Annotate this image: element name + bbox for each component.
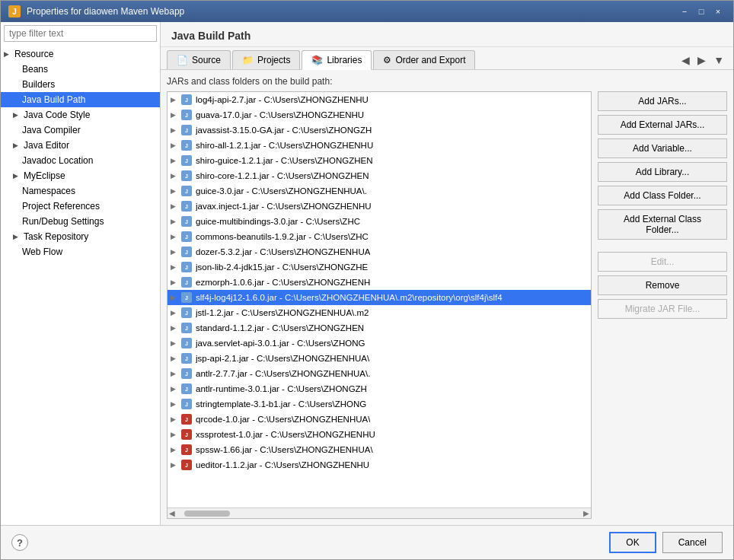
sidebar-item-project-references[interactable]: Project References	[1, 199, 160, 214]
jar-expand-icon: ▶	[171, 431, 178, 438]
jar-list-item[interactable]: ▶Jdozer-5.3.2.jar - C:\Users\ZHONGZHENHU…	[168, 244, 591, 259]
sidebar-item-label: Java Compiler	[22, 125, 81, 135]
jar-item-name: shiro-core-1.2.1.jar - C:\Users\ZHONGZHE…	[196, 171, 369, 180]
jar-list-item[interactable]: ▶Jxssprotest-1.0.jar - C:\Users\ZHONGZHE…	[168, 427, 591, 442]
jar-list-item[interactable]: ▶Jjsp-api-2.1.jar - C:\Users\ZHONGZHENHU…	[168, 351, 591, 366]
tab-order-export[interactable]: ⚙Order and Export	[373, 50, 475, 69]
expand-arrow-icon: ▶	[13, 142, 21, 149]
jar-item-name: javax.inject-1.jar - C:\Users\ZHONGZHENH…	[196, 202, 372, 211]
add-variable-button[interactable]: Add Variable...	[598, 138, 727, 158]
nav-tree: ▶ResourceBeansBuildersJava Build Path▶Ja…	[1, 45, 160, 525]
jar-list-item[interactable]: ▶Jjson-lib-2.4-jdk15.jar - C:\Users\ZHON…	[168, 259, 591, 275]
jar-item-name: dozer-5.3.2.jar - C:\Users\ZHONGZHENHUA	[196, 247, 370, 256]
cancel-button[interactable]: Cancel	[662, 532, 723, 553]
tab-nav-left[interactable]: ◀	[678, 52, 693, 68]
jar-list[interactable]: ▶Jlog4j-api-2.7.jar - C:\Users\ZHONGZHEN…	[168, 92, 591, 508]
sidebar-item-java-compiler[interactable]: Java Compiler	[1, 123, 160, 138]
sidebar-item-beans[interactable]: Beans	[1, 62, 160, 77]
jar-list-item[interactable]: ▶Jezmorph-1.0.6.jar - C:\Users\ZHONGZHEN…	[168, 275, 591, 290]
jar-list-item[interactable]: ▶Jjavax.inject-1.jar - C:\Users\ZHONGZHE…	[168, 199, 591, 214]
jar-list-item[interactable]: ▶Jstringtemplate-3.1-b1.jar - C:\Users\Z…	[168, 396, 591, 412]
sidebar-item-run-debug-settings[interactable]: Run/Debug Settings	[1, 214, 160, 229]
jar-list-item[interactable]: ▶Jshiro-core-1.2.1.jar - C:\Users\ZHONGZ…	[168, 168, 591, 183]
jar-list-item[interactable]: ▶Jstandard-1.1.2.jar - C:\Users\ZHONGZHE…	[168, 320, 591, 336]
jar-file-icon: J	[180, 398, 193, 410]
jar-list-item[interactable]: ▶Jcommons-beanutils-1.9.2.jar - C:\Users…	[168, 229, 591, 244]
title-bar-left: J Properties for diaowen Maven Webapp	[8, 5, 184, 18]
add-class-folder-button[interactable]: Add Class Folder...	[598, 186, 727, 205]
add-external-class-folder-button[interactable]: Add External Class Folder...	[598, 209, 727, 240]
sidebar-item-namespaces[interactable]: Namespaces	[1, 183, 160, 199]
jar-list-item[interactable]: ▶Jueditor-1.1.2.jar - C:\Users\ZHONGZHEN…	[168, 457, 591, 473]
filter-input[interactable]	[4, 25, 157, 42]
jar-item-name: java.servlet-api-3.0.1.jar - C:\Users\ZH…	[196, 339, 365, 348]
jar-file-icon: J	[180, 337, 193, 349]
jar-expand-icon: ▶	[171, 294, 178, 301]
button-panel: Add JARs...Add External JARs...Add Varia…	[598, 91, 727, 519]
jar-list-item[interactable]: ▶Jjstl-1.2.jar - C:\Users\ZHONGZHENHUA\.…	[168, 305, 591, 320]
ok-button[interactable]: OK	[609, 532, 656, 553]
jar-list-item[interactable]: ▶Jguice-3.0.jar - C:\Users\ZHONGZHENHUA\…	[168, 183, 591, 199]
jar-list-item[interactable]: ▶Jantlr-2.7.7.jar - C:\Users\ZHONGZHENHU…	[168, 366, 591, 381]
add-external-jars-button[interactable]: Add External JARs...	[598, 115, 727, 135]
jar-expand-icon: ▶	[171, 370, 178, 377]
main-area: JARs and class folders on the build path…	[161, 70, 733, 525]
jar-file-icon: J	[180, 444, 193, 456]
expand-arrow-icon: ▶	[13, 233, 21, 240]
sidebar-item-myeclipse[interactable]: ▶MyEclipse	[1, 168, 160, 183]
add-library-button[interactable]: Add Library...	[598, 162, 727, 182]
jar-list-item[interactable]: ▶Jguice-multibindings-3.0.jar - C:\Users…	[168, 214, 591, 229]
jar-file-icon: J	[180, 185, 193, 197]
jar-expand-icon: ▶	[171, 355, 178, 362]
jar-file-icon: J	[180, 246, 193, 258]
app-icon: J	[8, 5, 21, 18]
sidebar-item-builders[interactable]: Builders	[1, 77, 160, 92]
jar-item-name: jsp-api-2.1.jar - C:\Users\ZHONGZHENHUA\	[196, 354, 369, 363]
tab-nav-right[interactable]: ▶	[694, 52, 709, 68]
add-jars-button[interactable]: Add JARs...	[598, 91, 727, 111]
sidebar-item-task-repository[interactable]: ▶Task Repository	[1, 229, 160, 244]
jar-list-item[interactable]: ▶Jlog4j-api-2.7.jar - C:\Users\ZHONGZHEN…	[168, 92, 591, 107]
close-button[interactable]: ×	[710, 5, 726, 18]
jar-file-icon: J	[180, 428, 193, 441]
jar-file-icon: J	[180, 352, 193, 364]
jar-file-icon: J	[180, 200, 193, 212]
sidebar-item-java-code-style[interactable]: ▶Java Code Style	[1, 107, 160, 123]
sidebar-item-web-flow[interactable]: Web Flow	[1, 244, 160, 259]
title-bar: J Properties for diaowen Maven Webapp − …	[1, 1, 733, 22]
sidebar-item-javadoc-location[interactable]: Javadoc Location	[1, 153, 160, 168]
tab-projects[interactable]: 📁Projects	[232, 50, 300, 69]
sidebar-item-java-editor[interactable]: ▶Java Editor	[1, 138, 160, 153]
remove-button[interactable]: Remove	[598, 275, 727, 295]
sidebar-item-label: Java Code Style	[24, 110, 90, 120]
jar-list-item[interactable]: ▶Jantlr-runtime-3.0.1.jar - C:\Users\ZHO…	[168, 381, 591, 396]
jar-expand-icon: ▶	[171, 157, 178, 164]
jar-list-item[interactable]: ▶Jjava.servlet-api-3.0.1.jar - C:\Users\…	[168, 336, 591, 351]
jar-list-item[interactable]: ▶Jshiro-all-1.2.1.jar - C:\Users\ZHONGZH…	[168, 138, 591, 153]
jar-item-name: slf4j-log4j12-1.6.0.jar - C:\Users\ZHONG…	[196, 293, 503, 302]
sidebar-item-resource[interactable]: ▶Resource	[1, 46, 160, 62]
left-panel: ▶ResourceBeansBuildersJava Build Path▶Ja…	[1, 22, 161, 525]
jar-list-item[interactable]: ▶Jqrcode-1.0.jar - C:\Users\ZHONGZHENHUA…	[168, 412, 591, 427]
jar-list-item[interactable]: ▶Jslf4j-log4j12-1.6.0.jar - C:\Users\ZHO…	[168, 290, 591, 305]
jar-list-item[interactable]: ▶Jspssw-1.66.jar - C:\Users\ZHONGZHENHUA…	[168, 442, 591, 457]
tab-nav-down[interactable]: ▼	[710, 52, 727, 68]
jar-item-name: qrcode-1.0.jar - C:\Users\ZHONGZHENHUA\	[196, 415, 370, 424]
minimize-button[interactable]: −	[677, 5, 692, 18]
content-area: ▶ResourceBeansBuildersJava Build Path▶Ja…	[1, 22, 733, 525]
jar-list-item[interactable]: ▶Jshiro-guice-1.2.1.jar - C:\Users\ZHONG…	[168, 153, 591, 168]
scrollbar-thumb[interactable]	[184, 511, 230, 517]
jar-item-name: javassist-3.15.0-GA.jar - C:\Users\ZHONG…	[196, 126, 372, 135]
horizontal-scrollbar[interactable]: ◀ ▶	[168, 508, 591, 518]
jar-list-item[interactable]: ▶Jjavassist-3.15.0-GA.jar - C:\Users\ZHO…	[168, 123, 591, 138]
maximize-button[interactable]: □	[694, 5, 709, 18]
tab-libraries[interactable]: 📚Libraries	[302, 50, 372, 70]
sidebar-item-java-build-path[interactable]: Java Build Path	[1, 92, 160, 107]
jar-item-name: jstl-1.2.jar - C:\Users\ZHONGZHENHUA\.m2	[196, 308, 369, 317]
jar-list-item[interactable]: ▶Jguava-17.0.jar - C:\Users\ZHONGZHENHU	[168, 107, 591, 123]
jar-item-name: antlr-2.7.7.jar - C:\Users\ZHONGZHENHUA\…	[196, 369, 370, 378]
tab-source[interactable]: 📄Source	[167, 50, 231, 69]
tab-label: Source	[192, 55, 221, 65]
help-button[interactable]: ?	[11, 534, 28, 551]
jar-item-name: json-lib-2.4-jdk15.jar - C:\Users\ZHONGZ…	[196, 262, 368, 272]
